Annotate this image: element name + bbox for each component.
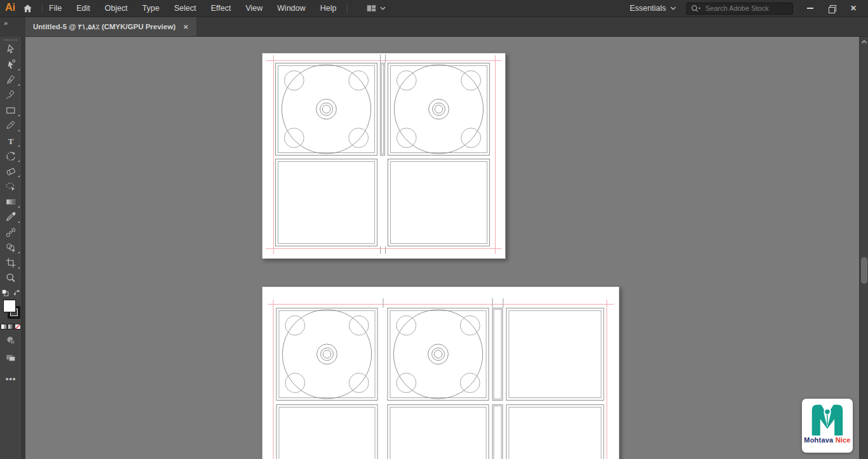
flyout-indicator	[18, 206, 20, 208]
flyout-indicator	[18, 221, 20, 223]
flyout-indicator	[18, 84, 20, 86]
pen-tool-icon	[4, 74, 17, 86]
scroll-up-icon[interactable]	[861, 40, 866, 45]
close-button[interactable]: ✕	[845, 2, 862, 15]
adobe-stock-searchbox[interactable]	[686, 3, 793, 15]
direct-selection-tool[interactable]	[0, 57, 22, 72]
menu-item-type[interactable]: Type	[142, 4, 159, 13]
chevron-down-icon	[670, 6, 676, 10]
menu-item-view[interactable]: View	[245, 4, 262, 13]
gradient-button[interactable]	[8, 324, 14, 329]
menu-item-select[interactable]: Select	[174, 4, 196, 13]
vertical-scrollbar[interactable]	[859, 37, 868, 459]
toolbar: T	[0, 37, 22, 459]
shape-builder-tool-icon	[4, 241, 17, 254]
default-fill-stroke-icon[interactable]	[1, 288, 10, 298]
fill-color-swatch[interactable]	[3, 300, 16, 312]
illustrator-app-icon[interactable]: Ai	[5, 2, 19, 15]
document-title: Untitled-5 @ ۴۱,۵۸٪ (CMYK/GPU Preview)	[33, 22, 175, 31]
minimize-button[interactable]	[802, 2, 818, 15]
window-controls: ✕	[802, 2, 868, 15]
fill-stroke-proxy[interactable]	[0, 299, 22, 322]
menu-item-file[interactable]: File	[49, 4, 62, 13]
drawing-modes-icon[interactable]	[4, 335, 17, 347]
zoom-tool[interactable]	[0, 270, 22, 286]
type-tool[interactable]: T	[0, 133, 22, 149]
screen-mode-icon[interactable]	[4, 352, 17, 364]
shape-builder-tool[interactable]	[0, 240, 22, 255]
restore-icon	[829, 5, 835, 11]
application-bar: Ai FileEditObjectTypeSelectEffectViewWin…	[0, 0, 868, 17]
svg-text:T: T	[8, 136, 14, 146]
eraser-tool-icon	[4, 165, 17, 178]
restore-button[interactable]	[824, 2, 840, 15]
eraser-tool[interactable]	[0, 164, 22, 179]
separator	[347, 3, 348, 13]
separator	[42, 3, 43, 13]
menu-item-edit[interactable]: Edit	[76, 4, 90, 13]
workspace-switcher[interactable]: Essentials	[630, 4, 676, 13]
edit-toolbar-button[interactable]: •••	[0, 374, 22, 383]
curvature-tool[interactable]	[0, 88, 22, 103]
lasso-tool-icon	[4, 180, 17, 193]
watermark-logo-card: Mohtava Nice	[802, 399, 853, 453]
selection-tool[interactable]	[0, 42, 22, 57]
menu-item-help[interactable]: Help	[320, 4, 337, 13]
paintbrush-tool[interactable]	[0, 118, 22, 133]
direct-selection-tool-icon	[4, 58, 17, 71]
paintbrush-tool-icon	[4, 119, 17, 132]
left-dock: » T	[0, 17, 25, 459]
canvas[interactable]: Mohtava Nice	[25, 37, 859, 459]
toolbar-grip[interactable]	[4, 39, 17, 41]
home-icon	[22, 3, 33, 14]
menu-bar: FileEditObjectTypeSelectEffectViewWindow…	[49, 4, 337, 13]
color-button[interactable]	[1, 324, 7, 329]
minimize-icon	[807, 8, 813, 9]
artboard-1[interactable]	[262, 53, 506, 259]
artboard-tool[interactable]	[0, 255, 22, 270]
eyedropper-tool[interactable]	[0, 210, 22, 225]
menu-item-window[interactable]: Window	[277, 4, 305, 13]
cd-template-artwork-2	[262, 287, 619, 459]
artboard-tool-icon	[4, 256, 17, 269]
document-tab-bar: Untitled-5 @ ۴۱,۵۸٪ (CMYK/GPU Preview) ✕	[25, 17, 868, 37]
rectangle-tool[interactable]	[0, 103, 22, 118]
illustrator-window: Ai FileEditObjectTypeSelectEffectViewWin…	[0, 0, 868, 459]
selection-tool-icon	[4, 43, 17, 56]
none-button[interactable]	[15, 324, 21, 329]
search-icon	[691, 4, 702, 13]
flyout-indicator	[18, 130, 20, 131]
rotate-tool-icon	[4, 150, 17, 163]
menu-item-object[interactable]: Object	[105, 4, 128, 13]
expand-panel-icon[interactable]: »	[4, 19, 8, 27]
blend-tool-icon	[4, 226, 17, 239]
arrange-documents-icon	[365, 3, 377, 15]
home-button[interactable]	[19, 1, 36, 15]
search-input[interactable]	[704, 4, 779, 13]
arrange-documents-button[interactable]	[365, 3, 386, 15]
curvature-tool-icon	[4, 89, 17, 102]
pen-tool[interactable]	[0, 72, 22, 88]
chevron-down-icon	[380, 6, 386, 10]
cd-template-artwork-1	[262, 53, 505, 258]
flyout-indicator	[18, 69, 20, 70]
scrollbar-thumb[interactable]	[861, 257, 867, 284]
menu-item-effect[interactable]: Effect	[211, 4, 231, 13]
flyout-indicator	[18, 175, 20, 177]
document-tab[interactable]: Untitled-5 @ ۴۱,۵۸٪ (CMYK/GPU Preview) ✕	[25, 17, 196, 36]
mohtava-nice-logo-icon	[810, 402, 845, 436]
gradient-tool[interactable]	[0, 194, 22, 210]
watermark-brand-text: Mohtava Nice	[802, 436, 853, 444]
artboard-2[interactable]	[262, 286, 620, 459]
flyout-indicator	[18, 114, 20, 116]
swap-fill-stroke-icon[interactable]	[12, 288, 22, 298]
gradient-tool-icon	[4, 196, 17, 208]
rectangle-tool-icon	[4, 104, 17, 117]
zoom-tool-icon	[4, 272, 17, 284]
rotate-tool[interactable]	[0, 149, 22, 164]
flyout-indicator	[18, 251, 20, 253]
eyedropper-tool-icon	[4, 211, 17, 223]
blend-tool[interactable]	[0, 225, 22, 240]
tab-close-icon[interactable]: ✕	[183, 23, 188, 30]
lasso-tool[interactable]	[0, 179, 22, 194]
